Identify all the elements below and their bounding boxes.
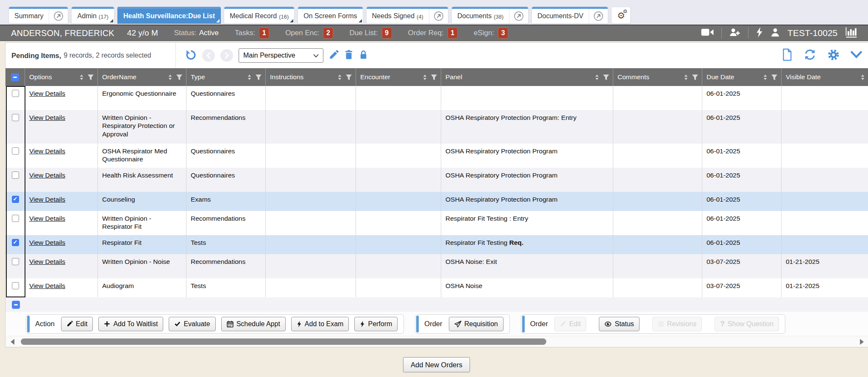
row-checkbox[interactable]	[12, 90, 19, 97]
sort-icon[interactable]	[594, 74, 600, 80]
undo-icon[interactable]	[185, 49, 197, 62]
add-to-waitlist-button[interactable]: Add To Waitlist	[98, 317, 163, 331]
esign-count-badge[interactable]: 3	[498, 28, 508, 39]
scroll-right-arrow[interactable]	[860, 339, 864, 345]
collapse-chevron-icon[interactable]	[851, 51, 862, 60]
sort-icon[interactable]	[683, 74, 689, 80]
select-all-checkbox[interactable]	[11, 73, 19, 81]
add-new-orders-button[interactable]: Add New Orders	[403, 357, 470, 372]
table-row[interactable]: View Details Audiogram Tests OSHA Noise …	[6, 278, 868, 297]
view-details-link[interactable]: View Details	[29, 172, 65, 179]
previous-page-icon[interactable]	[202, 49, 215, 62]
tab-documents-dv[interactable]: Documents-DV	[531, 7, 608, 24]
row-checkbox[interactable]	[12, 258, 19, 265]
esign-counter[interactable]: eSign: 3	[474, 28, 508, 39]
new-document-icon[interactable]	[782, 48, 793, 63]
tab-medical-record[interactable]: Medical Record(16)	[224, 7, 295, 24]
table-row[interactable]: View Details Written Opinion - Respirato…	[6, 110, 868, 144]
status-button[interactable]: Status	[599, 317, 639, 331]
order-req-counter[interactable]: Order Req: 1	[408, 28, 458, 39]
scrollbar-thumb[interactable]	[21, 338, 546, 345]
evaluate-button[interactable]: Evaluate	[169, 317, 215, 331]
filter-icon[interactable]	[692, 74, 698, 80]
view-details-link[interactable]: View Details	[29, 114, 65, 121]
tab-needs-signed[interactable]: Needs Signed(4)	[366, 7, 448, 24]
open-enc-count-badge[interactable]: 2	[323, 28, 333, 39]
analytics-chart-icon[interactable]	[845, 27, 857, 39]
open-new-window-icon[interactable]	[589, 7, 608, 23]
tab-summary[interactable]: Summary	[8, 7, 68, 24]
view-details-link[interactable]: View Details	[29, 147, 65, 155]
filter-icon[interactable]	[771, 74, 778, 80]
column-header-encounter[interactable]: Encounter	[356, 68, 441, 86]
scroll-left-arrow[interactable]	[11, 339, 14, 345]
row-checkbox[interactable]	[12, 282, 19, 289]
open-new-window-icon[interactable]	[509, 7, 528, 23]
select-all-checkbox-bottom[interactable]	[12, 301, 20, 309]
tab-settings-gears-icon[interactable]: ⚙⚙	[611, 7, 631, 24]
add-person-icon[interactable]	[729, 28, 740, 39]
perspective-select[interactable]: Main Perspective	[239, 48, 323, 63]
tasks-count-badge[interactable]: 1	[259, 28, 269, 39]
view-details-link[interactable]: View Details	[29, 282, 65, 289]
open-new-window-icon[interactable]	[49, 7, 68, 23]
next-page-icon[interactable]	[220, 49, 233, 62]
row-checkbox[interactable]	[12, 147, 19, 155]
view-details-link[interactable]: View Details	[29, 258, 65, 265]
column-header-type[interactable]: Type	[186, 68, 266, 86]
view-details-link[interactable]: View Details	[29, 239, 65, 246]
settings-gear-icon[interactable]	[827, 49, 840, 63]
tab-health-surveillance-due-list[interactable]: Health Surveillance:Due List	[117, 7, 221, 24]
filter-icon[interactable]	[603, 74, 609, 80]
tab-on-screen-forms[interactable]: On Screen Forms	[298, 7, 363, 24]
column-header-options[interactable]: Options	[25, 68, 98, 86]
lock-perspective-icon[interactable]	[359, 50, 368, 61]
due-list-counter[interactable]: Due List: 9	[349, 28, 392, 39]
schedule-appt-button[interactable]: Schedule Appt	[221, 317, 286, 331]
add-to-exam-button[interactable]: Add to Exam	[291, 317, 349, 331]
sort-icon[interactable]	[860, 74, 865, 80]
edit-button[interactable]: Edit	[61, 317, 93, 331]
order-req-count-badge[interactable]: 1	[448, 28, 458, 39]
table-row[interactable]: View Details Written Opinion - Respirato…	[6, 211, 868, 235]
tab-admin[interactable]: Admin(17)	[71, 7, 114, 24]
open-new-window-icon[interactable]	[429, 7, 448, 23]
column-header-panel[interactable]: Panel	[441, 68, 613, 86]
video-camera-icon[interactable]	[701, 28, 714, 38]
view-details-link[interactable]: View Details	[29, 90, 65, 97]
row-checkbox[interactable]	[12, 114, 19, 121]
sort-icon[interactable]	[762, 74, 768, 80]
column-header-comments[interactable]: Comments	[613, 68, 702, 86]
filter-icon[interactable]	[255, 74, 262, 80]
table-row[interactable]: View Details OSHA Respirator Med Questio…	[6, 144, 868, 168]
table-row[interactable]: View Details Ergonomic Questionnaire Que…	[6, 86, 868, 110]
delete-perspective-trash-icon[interactable]	[344, 50, 353, 61]
column-header-instructions[interactable]: Instructions	[266, 68, 356, 86]
tab-documents[interactable]: Documents(38)	[451, 7, 529, 24]
perform-button[interactable]: Perform	[354, 317, 398, 331]
table-row-selected[interactable]: View Details Counseling Exams OSHA Respi…	[6, 192, 868, 211]
open-enc-counter[interactable]: Open Enc: 2	[285, 28, 333, 39]
column-header-due-date[interactable]: Due Date	[702, 68, 782, 86]
filter-icon[interactable]	[176, 74, 183, 80]
user-icon[interactable]	[771, 28, 780, 39]
table-row-selected[interactable]: View Details Respirator Fit Tests Respir…	[6, 235, 868, 254]
requisition-button[interactable]: Requisition	[449, 317, 504, 331]
row-checkbox-checked[interactable]	[12, 196, 19, 203]
filter-icon[interactable]	[345, 74, 352, 80]
sort-icon[interactable]	[422, 74, 428, 80]
column-header-visible-date[interactable]: Visible Date	[782, 68, 868, 86]
sort-icon[interactable]	[79, 74, 84, 80]
table-row[interactable]: View Details Health Risk Assessment Ques…	[6, 168, 868, 192]
table-row[interactable]: View Details Written Opinion - Noise Rec…	[6, 254, 868, 278]
sort-icon[interactable]	[337, 74, 342, 80]
tasks-counter[interactable]: Tasks: 1	[235, 28, 269, 39]
row-checkbox[interactable]	[12, 172, 19, 179]
filter-icon[interactable]	[87, 74, 94, 80]
view-details-link[interactable]: View Details	[29, 215, 65, 222]
column-header-ordername[interactable]: OrderName	[98, 68, 186, 86]
edit-perspective-pencil-icon[interactable]	[329, 50, 339, 61]
row-checkbox-checked[interactable]	[12, 239, 19, 246]
due-list-count-badge[interactable]: 9	[382, 28, 392, 39]
row-checkbox[interactable]	[12, 215, 19, 222]
